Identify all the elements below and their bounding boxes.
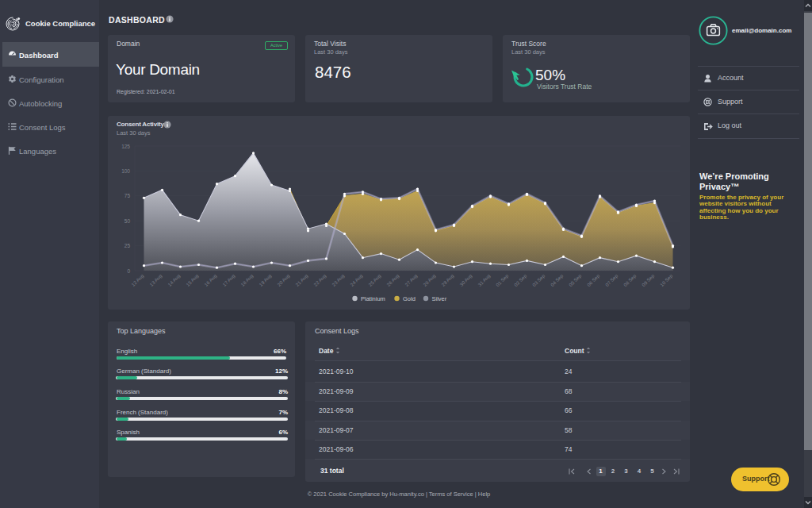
svg-text:75: 75 [124, 193, 131, 198]
svg-text:17 Aug: 17 Aug [222, 273, 236, 287]
svg-text:20 Aug: 20 Aug [277, 273, 290, 287]
svg-text:06 Sep: 06 Sep [587, 273, 601, 287]
svg-text:26 Aug: 26 Aug [386, 273, 400, 287]
svg-text:Platinium: Platinium [361, 295, 385, 302]
svg-text:09 Sep: 09 Sep [642, 273, 656, 287]
svg-text:07 Sep: 07 Sep [605, 273, 619, 287]
svg-text:02 Sep: 02 Sep [514, 273, 528, 287]
svg-text:Silver: Silver [432, 295, 447, 302]
svg-text:10 Sep: 10 Sep [660, 273, 674, 287]
svg-text:01 Sep: 01 Sep [496, 273, 510, 287]
svg-text:25: 25 [124, 243, 131, 248]
svg-text:22 Aug: 22 Aug [313, 273, 327, 287]
svg-text:12 Aug: 12 Aug [131, 273, 144, 287]
svg-text:125: 125 [121, 144, 130, 149]
svg-text:13 Aug: 13 Aug [149, 273, 163, 287]
svg-text:0: 0 [127, 268, 130, 274]
svg-text:50: 50 [124, 218, 131, 224]
svg-text:21 Aug: 21 Aug [295, 273, 308, 287]
svg-text:15 Aug: 15 Aug [186, 273, 199, 287]
svg-text:Gold: Gold [403, 295, 416, 302]
svg-text:27 Aug: 27 Aug [404, 273, 418, 287]
svg-text:04 Sep: 04 Sep [550, 273, 565, 287]
svg-text:16 Aug: 16 Aug [204, 273, 217, 287]
svg-text:23 Aug: 23 Aug [331, 273, 345, 287]
svg-text:03 Sep: 03 Sep [532, 273, 546, 287]
svg-text:29 Aug: 29 Aug [441, 273, 454, 287]
svg-text:08 Sep: 08 Sep [623, 273, 638, 287]
svg-text:19 Aug: 19 Aug [259, 273, 272, 287]
svg-text:28 Aug: 28 Aug [423, 273, 436, 287]
svg-text:25 Aug: 25 Aug [368, 273, 381, 287]
svg-text:31 Aug: 31 Aug [477, 273, 491, 287]
svg-text:100: 100 [121, 168, 130, 174]
svg-text:14 Aug: 14 Aug [167, 273, 181, 287]
svg-text:30 Aug: 30 Aug [459, 273, 473, 287]
svg-text:24 Aug: 24 Aug [350, 273, 363, 287]
svg-text:18 Aug: 18 Aug [240, 273, 254, 287]
svg-text:05 Sep: 05 Sep [569, 273, 583, 287]
